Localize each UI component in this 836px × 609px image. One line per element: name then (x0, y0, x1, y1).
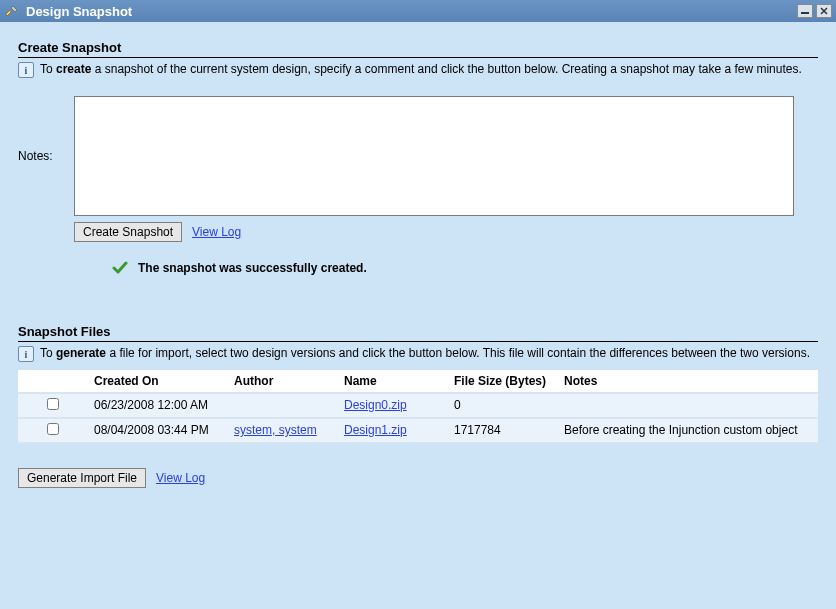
table-header-row: Created On Author Name File Size (Bytes)… (18, 370, 818, 393)
success-message: The snapshot was successfully created. (138, 261, 367, 275)
titlebar: Design Snapshot (0, 0, 836, 22)
notes-row: Notes: (18, 96, 818, 216)
snapshot-files-heading: Snapshot Files (18, 324, 818, 342)
create-info-row: i To create a snapshot of the current sy… (18, 61, 818, 78)
create-info-text: To create a snapshot of the current syst… (40, 61, 802, 78)
col-name: Name (338, 370, 448, 393)
col-created: Created On (88, 370, 228, 393)
check-icon (112, 260, 128, 276)
info-icon: i (18, 346, 34, 362)
window-title: Design Snapshot (26, 4, 132, 19)
files-info-row: i To generate a file for import, select … (18, 345, 818, 362)
file-link[interactable]: Design0.zip (344, 398, 407, 412)
row-checkbox[interactable] (47, 398, 59, 410)
cell-notes: Before creating the Injunction custom ob… (558, 418, 818, 443)
cell-notes (558, 393, 818, 418)
view-log-link-top[interactable]: View Log (192, 225, 241, 239)
notes-label: Notes: (18, 149, 64, 163)
cell-author (228, 393, 338, 418)
tools-icon (4, 3, 20, 19)
row-checkbox[interactable] (47, 423, 59, 435)
info-post2: a file for import, select two design ver… (106, 346, 810, 360)
col-notes: Notes (558, 370, 818, 393)
view-log-link-bottom[interactable]: View Log (156, 471, 205, 485)
cell-size: 0 (448, 393, 558, 418)
author-link[interactable]: system, system (234, 423, 317, 437)
info-pre2: To (40, 346, 56, 360)
create-button-row: Create Snapshot View Log (74, 222, 818, 242)
minimize-button[interactable] (797, 4, 813, 18)
cell-created: 06/23/2008 12:00 AM (88, 393, 228, 418)
col-size: File Size (Bytes) (448, 370, 558, 393)
info-icon: i (18, 62, 34, 78)
info-bold2: generate (56, 346, 106, 360)
generate-import-file-button[interactable]: Generate Import File (18, 468, 146, 488)
close-button[interactable] (816, 4, 832, 18)
create-snapshot-heading: Create Snapshot (18, 40, 818, 58)
file-link[interactable]: Design1.zip (344, 423, 407, 437)
info-bold: create (56, 62, 91, 76)
create-snapshot-button[interactable]: Create Snapshot (74, 222, 182, 242)
info-post: a snapshot of the current system design,… (91, 62, 801, 76)
table-row: 08/04/2008 03:44 PM system, system Desig… (18, 418, 818, 443)
cell-size: 1717784 (448, 418, 558, 443)
cell-created: 08/04/2008 03:44 PM (88, 418, 228, 443)
files-info-text: To generate a file for import, select tw… (40, 345, 810, 362)
col-author: Author (228, 370, 338, 393)
generate-button-row: Generate Import File View Log (18, 468, 818, 488)
table-row: 06/23/2008 12:00 AM Design0.zip 0 (18, 393, 818, 418)
success-row: The snapshot was successfully created. (112, 260, 818, 276)
content-area: Create Snapshot i To create a snapshot o… (0, 22, 836, 609)
info-pre: To (40, 62, 56, 76)
notes-input[interactable] (74, 96, 794, 216)
snapshot-files-table: Created On Author Name File Size (Bytes)… (18, 370, 818, 444)
